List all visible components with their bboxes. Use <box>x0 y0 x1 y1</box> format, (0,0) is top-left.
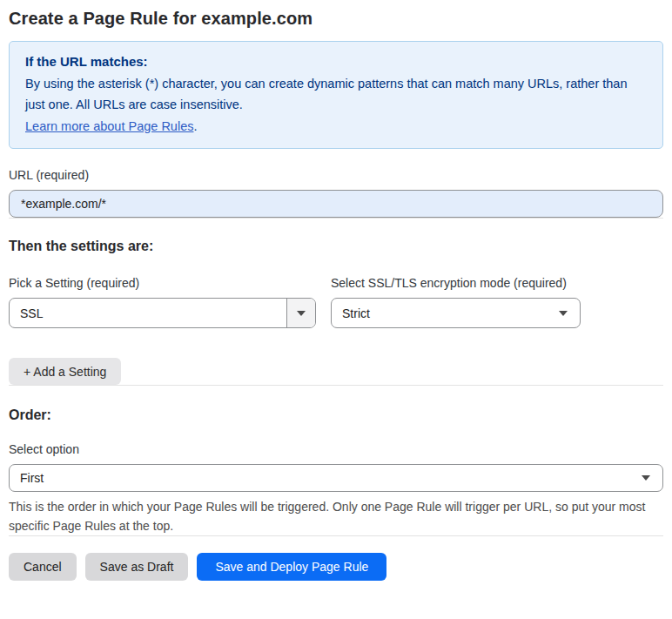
url-input[interactable] <box>9 190 663 218</box>
order-select[interactable]: First <box>9 464 663 492</box>
ssl-mode-label: Select SSL/TLS encryption mode (required… <box>331 276 581 290</box>
info-box-link-line: Learn more about Page Rules. <box>25 116 647 138</box>
ssl-mode-column: Select SSL/TLS encryption mode (required… <box>331 256 581 328</box>
page-title: Create a Page Rule for example.com <box>9 9 663 29</box>
order-select-value: First <box>10 471 642 485</box>
divider <box>9 218 663 219</box>
order-select-label: Select option <box>9 442 663 456</box>
pick-setting-select[interactable]: SSL <box>9 298 316 328</box>
pick-setting-label: Pick a Setting (required) <box>9 276 316 290</box>
link-period: . <box>193 119 197 133</box>
chevron-down-icon[interactable] <box>286 299 315 327</box>
order-section-heading: Order: <box>9 407 663 423</box>
url-field-label: URL (required) <box>9 168 663 182</box>
chevron-down-icon <box>559 311 580 316</box>
divider <box>9 385 663 386</box>
ssl-mode-select[interactable]: Strict <box>331 298 581 328</box>
url-match-info-box: If the URL matches: By using the asteris… <box>9 41 663 149</box>
settings-section-heading: Then the settings are: <box>9 239 663 254</box>
save-as-draft-button[interactable]: Save as Draft <box>85 553 189 581</box>
info-box-body: By using the asterisk (*) character, you… <box>25 73 647 116</box>
ssl-mode-value: Strict <box>332 306 559 320</box>
save-and-deploy-button[interactable]: Save and Deploy Page Rule <box>197 553 386 581</box>
cancel-button[interactable]: Cancel <box>9 553 77 581</box>
pick-setting-column: Pick a Setting (required) SSL <box>9 256 316 328</box>
order-help-text: This is the order in which your Page Rul… <box>9 497 663 535</box>
info-box-heading: If the URL matches: <box>25 51 647 73</box>
add-setting-button[interactable]: + Add a Setting <box>9 358 121 385</box>
divider <box>9 535 663 536</box>
chevron-down-icon <box>642 475 662 481</box>
pick-setting-value: SSL <box>10 306 286 320</box>
settings-row: Pick a Setting (required) SSL Select SSL… <box>9 256 663 328</box>
footer-actions: Cancel Save as Draft Save and Deploy Pag… <box>9 553 663 581</box>
learn-more-link[interactable]: Learn more about Page Rules <box>25 119 193 133</box>
